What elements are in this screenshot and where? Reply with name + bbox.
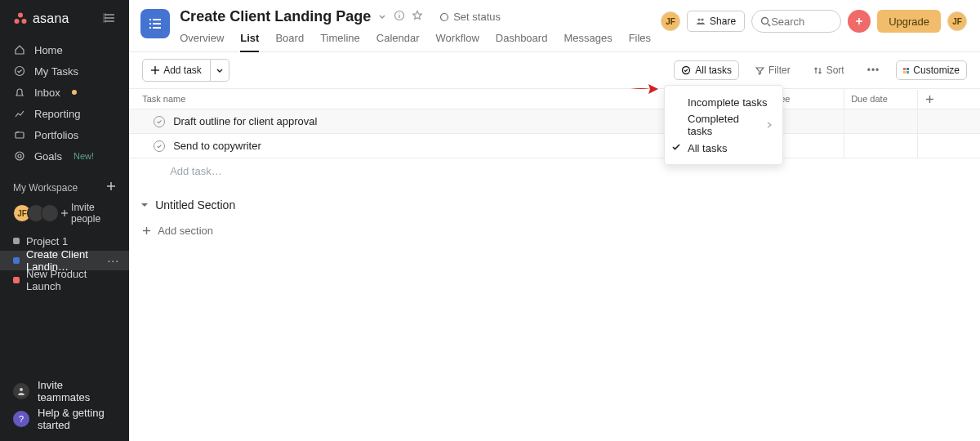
task-name: Send to copywriter bbox=[173, 140, 261, 152]
task-name: Draft outline for client approval bbox=[173, 115, 317, 127]
project-name: New Product Launch bbox=[26, 268, 119, 292]
invite-teammates-button[interactable]: Invite teammates bbox=[0, 377, 129, 405]
project-color-dot bbox=[13, 238, 20, 244]
column-due-date[interactable]: Due date bbox=[844, 89, 917, 109]
row-extra-cell bbox=[917, 109, 942, 133]
help-button[interactable]: ? Help & getting started bbox=[0, 405, 129, 433]
due-date-cell[interactable] bbox=[844, 134, 917, 158]
nav-my-tasks[interactable]: My Tasks bbox=[0, 60, 129, 82]
project-title[interactable]: Create Client Landing Page bbox=[180, 8, 371, 25]
task-row[interactable]: Send to copywriter bbox=[129, 134, 980, 158]
project-member-avatar[interactable]: JF bbox=[661, 11, 680, 31]
add-column-button[interactable] bbox=[917, 90, 942, 109]
nav-home-label: Home bbox=[34, 44, 63, 56]
svg-rect-17 bbox=[153, 19, 161, 20]
svg-rect-16 bbox=[149, 19, 151, 20]
add-section-button[interactable]: Add section bbox=[129, 215, 980, 237]
collapse-sidebar-icon[interactable] bbox=[103, 12, 116, 26]
asana-logo-icon bbox=[13, 11, 28, 26]
asana-logo[interactable]: asana bbox=[13, 11, 69, 26]
add-task-dropdown[interactable] bbox=[211, 59, 229, 82]
nav-home[interactable]: Home bbox=[0, 39, 129, 60]
task-row[interactable]: Draft outline for client approval bbox=[129, 109, 980, 134]
avatar-empty[interactable] bbox=[41, 204, 59, 222]
add-task-button[interactable]: Add task bbox=[142, 59, 211, 82]
complete-task-checkbox[interactable] bbox=[154, 116, 165, 127]
nav-inbox[interactable]: Inbox bbox=[0, 82, 129, 103]
nav-reporting-label: Reporting bbox=[34, 108, 80, 120]
add-task-inline[interactable]: Add task… bbox=[129, 158, 980, 184]
filter-button[interactable]: Filter bbox=[749, 61, 797, 79]
tab-files[interactable]: Files bbox=[629, 32, 651, 51]
svg-rect-20 bbox=[149, 27, 151, 29]
dropdown-completed-tasks[interactable]: Completed tasks bbox=[665, 114, 782, 136]
customize-button[interactable]: Customize bbox=[896, 60, 967, 80]
svg-line-29 bbox=[768, 24, 770, 26]
star-icon[interactable] bbox=[412, 10, 423, 24]
share-button[interactable]: Share bbox=[687, 11, 745, 32]
workspace-members: JF Invite people bbox=[0, 197, 129, 231]
nav-reporting[interactable]: Reporting bbox=[0, 103, 129, 124]
check-circle-icon bbox=[13, 65, 26, 77]
plus-icon bbox=[853, 16, 865, 27]
check-icon bbox=[671, 142, 681, 154]
tab-timeline[interactable]: Timeline bbox=[320, 32, 360, 51]
section-title: Untitled Section bbox=[155, 198, 235, 212]
invite-people-label: Invite people bbox=[71, 202, 116, 225]
check-circle-icon bbox=[681, 65, 691, 75]
tab-messages[interactable]: Messages bbox=[564, 32, 612, 51]
section-toggle[interactable]: Untitled Section bbox=[129, 184, 980, 215]
chevron-down-icon bbox=[140, 201, 149, 209]
task-filter-dropdown: Incomplete tasks Completed tasks All tas… bbox=[664, 85, 783, 165]
upgrade-label: Upgrade bbox=[889, 16, 929, 28]
user-avatar[interactable]: JF bbox=[947, 11, 967, 31]
upgrade-button[interactable]: Upgrade bbox=[877, 10, 941, 33]
complete-task-checkbox[interactable] bbox=[154, 140, 165, 152]
project-icon[interactable] bbox=[140, 9, 170, 38]
search-input[interactable] bbox=[771, 16, 830, 28]
tab-overview[interactable]: Overview bbox=[180, 32, 224, 51]
search-field[interactable] bbox=[751, 10, 841, 33]
svg-point-24 bbox=[399, 12, 400, 13]
help-icon: ? bbox=[13, 411, 29, 427]
dropdown-all-tasks[interactable]: All tasks bbox=[665, 136, 782, 159]
home-icon bbox=[13, 44, 26, 56]
sort-button[interactable]: Sort bbox=[807, 61, 851, 79]
workspace-header: My Workspace bbox=[0, 172, 129, 197]
info-icon[interactable] bbox=[394, 10, 405, 24]
project-list: Project 1 Create Client Landin… ··· New … bbox=[0, 231, 129, 290]
dropdown-incomplete-tasks[interactable]: Incomplete tasks bbox=[665, 91, 782, 114]
tab-calendar[interactable]: Calendar bbox=[376, 32, 420, 51]
new-badge: New! bbox=[74, 151, 94, 161]
share-label: Share bbox=[710, 16, 736, 27]
tab-list[interactable]: List bbox=[240, 32, 259, 52]
svg-point-1 bbox=[15, 19, 20, 24]
set-status-button[interactable]: Set status bbox=[439, 11, 501, 23]
tab-workflow[interactable]: Workflow bbox=[436, 32, 479, 51]
tab-board[interactable]: Board bbox=[275, 32, 304, 51]
page-header: Create Client Landing Page Set status Ov… bbox=[129, 0, 980, 52]
customize-icon bbox=[903, 68, 909, 74]
chevron-down-icon[interactable] bbox=[377, 10, 387, 24]
nav-goals-label: Goals bbox=[34, 150, 62, 163]
global-add-button[interactable] bbox=[848, 10, 871, 33]
status-circle-icon bbox=[439, 12, 449, 22]
invite-people-link[interactable]: Invite people bbox=[61, 202, 116, 225]
svg-point-28 bbox=[762, 17, 768, 24]
project-more-icon[interactable]: ··· bbox=[107, 254, 119, 267]
search-icon bbox=[760, 16, 771, 27]
nav-goals[interactable]: Goals New! bbox=[0, 145, 129, 167]
due-date-cell[interactable] bbox=[844, 109, 917, 133]
nav-portfolios[interactable]: Portfolios bbox=[0, 124, 129, 145]
all-tasks-filter-button[interactable]: All tasks bbox=[674, 60, 739, 80]
more-actions-button[interactable]: ••• bbox=[861, 61, 887, 79]
sidebar: asana Home My Tasks Inbox Reporting Port… bbox=[0, 0, 129, 441]
svg-rect-19 bbox=[153, 23, 161, 24]
member-avatars: JF bbox=[13, 204, 55, 222]
add-project-icon[interactable] bbox=[106, 181, 116, 194]
tab-dashboard[interactable]: Dashboard bbox=[496, 32, 548, 51]
plus-icon bbox=[151, 66, 159, 74]
plus-icon bbox=[142, 226, 151, 235]
project-item[interactable]: New Product Launch bbox=[0, 270, 129, 290]
add-task-label: Add task bbox=[163, 65, 202, 76]
